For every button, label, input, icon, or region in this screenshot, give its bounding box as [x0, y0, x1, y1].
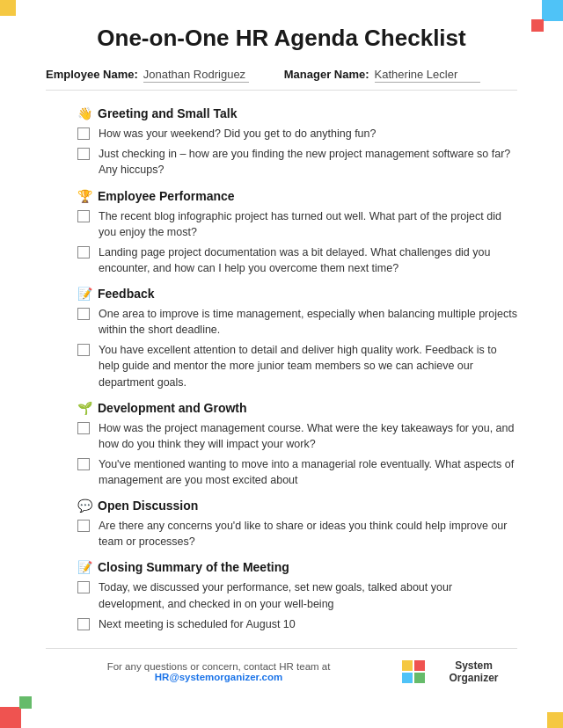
manager-name-value: Katherine Lecler	[375, 68, 480, 83]
list-item: The recent blog infographic project has …	[46, 208, 517, 240]
logo-block-br	[414, 673, 425, 683]
list-item: Next meeting is scheduled for August 10	[46, 616, 517, 632]
manager-name-label: Manager Name:	[284, 68, 369, 81]
section-title-performance: Employee Performance	[98, 189, 235, 203]
section-title-open: Open Discussion	[98, 499, 198, 513]
section-emoji-performance: 🏆	[77, 189, 92, 203]
corner-decoration-bl	[0, 693, 35, 728]
list-item: You've mentioned wanting to move into a …	[46, 456, 517, 488]
employee-name-label: Employee Name:	[46, 68, 138, 81]
list-item: Just checking in – how are you finding t…	[46, 146, 517, 178]
item-text-development-0: How was the project management course. W…	[99, 420, 517, 452]
checkbox-performance-1[interactable]	[77, 246, 90, 258]
logo-block-bl	[402, 673, 413, 683]
checkbox-performance-0[interactable]	[77, 210, 90, 222]
item-text-closing-0: Today, we discussed your performance, se…	[99, 579, 517, 611]
checkbox-closing-0[interactable]	[77, 581, 90, 593]
section-emoji-feedback: 📝	[77, 287, 92, 301]
item-text-greeting-0: How was your weekend? Did you get to do …	[99, 126, 376, 142]
section-title-feedback: Feedback	[98, 287, 155, 301]
checkbox-greeting-0[interactable]	[77, 127, 90, 140]
checklist-sections: 👋Greeting and Small TalkHow was your wee…	[46, 106, 517, 632]
section-header-feedback: 📝Feedback	[46, 287, 517, 301]
section-emoji-greeting: 👋	[77, 106, 92, 120]
corner-decoration-br	[547, 712, 563, 728]
employee-name-field: Employee Name: Jonathan Rodriguez	[46, 68, 249, 83]
checkbox-development-1[interactable]	[77, 458, 90, 470]
logo-icon	[402, 660, 425, 683]
footer-logo: System Organizer	[402, 659, 517, 684]
item-text-greeting-1: Just checking in – how are you finding t…	[99, 146, 517, 178]
item-text-performance-1: Landing page project documentation was a…	[99, 244, 517, 276]
item-text-performance-0: The recent blog infographic project has …	[99, 208, 517, 240]
checkbox-open-0[interactable]	[77, 520, 90, 532]
logo-block-tl	[402, 660, 413, 671]
checkbox-development-0[interactable]	[77, 422, 90, 434]
item-text-open-0: Are there any concerns you'd like to sha…	[99, 518, 517, 550]
section-emoji-development: 🌱	[77, 401, 92, 415]
section-header-closing: 📝Closing Summary of the Meeting	[46, 560, 517, 574]
footer: For any questions or concern, contact HR…	[46, 648, 517, 684]
list-item: Landing page project documentation was a…	[46, 244, 517, 276]
list-item: How was the project management course. W…	[46, 420, 517, 452]
logo-block-tr	[414, 660, 425, 671]
item-text-feedback-1: You have excellent attention to detail a…	[99, 342, 517, 389]
list-item: Today, we discussed your performance, se…	[46, 579, 517, 611]
corner-decoration-tl	[0, 0, 16, 16]
list-item: Are there any concerns you'd like to sha…	[46, 518, 517, 550]
item-text-development-1: You've mentioned wanting to move into a …	[99, 456, 517, 488]
section-title-greeting: Greeting and Small Talk	[98, 106, 237, 120]
checkbox-greeting-1[interactable]	[77, 148, 90, 160]
section-emoji-open: 💬	[77, 499, 92, 513]
list-item: One area to improve is time management, …	[46, 306, 517, 338]
item-text-feedback-0: One area to improve is time management, …	[99, 306, 517, 338]
footer-email: HR@systemorganizer.com	[155, 672, 282, 682]
employee-info-bar: Employee Name: Jonathan Rodriguez Manage…	[46, 68, 517, 91]
checkbox-closing-1[interactable]	[77, 618, 90, 630]
section-header-open: 💬Open Discussion	[46, 499, 517, 513]
page-title: One-on-One HR Agenda Checklist	[46, 25, 517, 52]
section-emoji-closing: 📝	[77, 560, 92, 574]
list-item: How was your weekend? Did you get to do …	[46, 126, 517, 142]
section-title-closing: Closing Summary of the Meeting	[98, 560, 289, 574]
section-header-performance: 🏆Employee Performance	[46, 189, 517, 203]
corner-decoration-tr	[528, 0, 563, 35]
manager-name-field: Manager Name: Katherine Lecler	[284, 68, 480, 83]
list-item: You have excellent attention to detail a…	[46, 342, 517, 389]
checkbox-feedback-1[interactable]	[77, 344, 90, 356]
logo-text: System Organizer	[430, 659, 517, 684]
item-text-closing-1: Next meeting is scheduled for August 10	[99, 616, 296, 632]
section-header-greeting: 👋Greeting and Small Talk	[46, 106, 517, 120]
footer-text: For any questions or concern, contact HR…	[46, 661, 391, 682]
section-title-development: Development and Growth	[98, 401, 247, 415]
section-header-development: 🌱Development and Growth	[46, 401, 517, 415]
checkbox-feedback-0[interactable]	[77, 308, 90, 320]
footer-text-content: For any questions or concern, contact HR…	[107, 661, 331, 672]
employee-name-value: Jonathan Rodriguez	[143, 68, 249, 83]
